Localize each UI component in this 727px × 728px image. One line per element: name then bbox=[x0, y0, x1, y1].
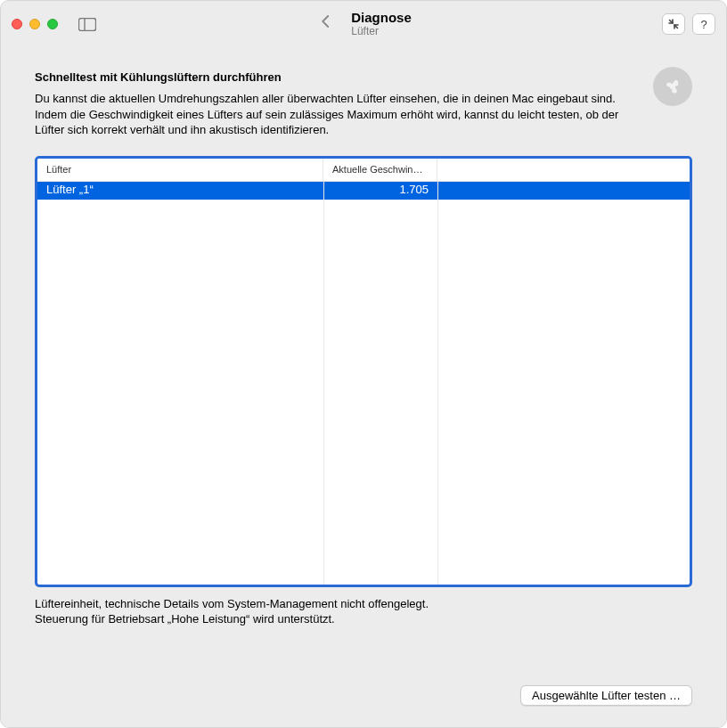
window-subtitle: Lüfter bbox=[351, 26, 412, 38]
minimize-button[interactable] bbox=[29, 19, 40, 29]
sidebar-toggle-button[interactable] bbox=[78, 16, 97, 32]
app-window: Diagnose Lüfter ? Schnelltest mit Kühlun… bbox=[0, 0, 727, 728]
window-title: Diagnose bbox=[351, 10, 412, 25]
page-heading: Schnelltest mit Kühlungslüftern durchfüh… bbox=[35, 70, 635, 84]
cell-fan-speed: 1.705 bbox=[323, 182, 437, 200]
collapse-icon bbox=[667, 18, 680, 30]
help-button[interactable]: ? bbox=[692, 13, 715, 35]
close-button[interactable] bbox=[12, 19, 22, 29]
table-header: Lüfter Aktuelle Geschwindi… bbox=[37, 159, 690, 182]
table-row[interactable]: Lüfter „1“ 1.705 bbox=[37, 182, 690, 200]
column-header-extra[interactable] bbox=[437, 159, 690, 181]
footer-line-1: Lüftereinheit, technische Details vom Sy… bbox=[35, 596, 692, 612]
collapse-button[interactable] bbox=[662, 13, 685, 35]
zoom-button[interactable] bbox=[47, 19, 58, 29]
title-area: Diagnose Lüfter bbox=[315, 10, 412, 37]
column-header-name[interactable]: Lüfter bbox=[37, 159, 323, 181]
column-divider bbox=[437, 182, 438, 585]
sidebar-icon bbox=[78, 18, 96, 31]
titlebar: Diagnose Lüfter ? bbox=[1, 1, 726, 47]
test-selected-button[interactable]: Ausgewählte Lüfter testen … bbox=[520, 685, 692, 706]
fan-table[interactable]: Lüfter Aktuelle Geschwindi… Lüfter „1“ 1… bbox=[35, 156, 692, 587]
chevron-left-icon bbox=[321, 14, 330, 29]
page-description: Du kannst die aktuellen Umdrehungszahlen… bbox=[35, 91, 635, 138]
cell-fan-extra bbox=[437, 182, 690, 200]
content-area: Schnelltest mit Kühlungslüftern durchfüh… bbox=[1, 47, 726, 727]
window-controls bbox=[12, 19, 58, 29]
svg-rect-0 bbox=[79, 18, 96, 30]
footer-line-2: Steuerung für Betriebsart „Hohe Leistung… bbox=[35, 611, 692, 627]
column-divider bbox=[323, 182, 324, 585]
back-button[interactable] bbox=[315, 11, 335, 37]
cell-fan-name: Lüfter „1“ bbox=[37, 182, 323, 200]
footer-info: Lüftereinheit, technische Details vom Sy… bbox=[35, 596, 692, 627]
table-body[interactable]: Lüfter „1“ 1.705 bbox=[37, 182, 690, 585]
fan-icon bbox=[653, 67, 692, 106]
column-header-speed[interactable]: Aktuelle Geschwindi… bbox=[323, 159, 437, 181]
